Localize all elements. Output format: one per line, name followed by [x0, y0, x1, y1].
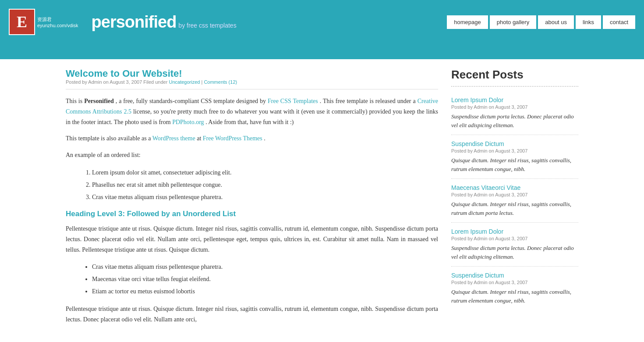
list-item: Lorem ipsum dolor sit amet, consectetuer… [92, 167, 438, 179]
post-para2: This template is also available as a Wor… [66, 133, 438, 144]
nav-links[interactable]: links [576, 15, 601, 29]
para2-mid: at [197, 135, 203, 142]
list-item: Maecenas vitae orci vitae tellus feugiat… [92, 273, 438, 285]
sidebar-post-3: Maecenas Vitaeorci Vitae Posted by Admin… [451, 179, 578, 223]
para2-text1: This template is also available as a [66, 135, 151, 142]
post-comments-link[interactable]: Comments (12) [204, 79, 237, 85]
sidebar-post-4: Lorem Ipsum Dolor Posted by Admin on Aug… [451, 223, 578, 267]
sidebar-post-5: Suspendise Dictum Posted by Admin on Aug… [451, 267, 578, 310]
logo-icon: E [9, 9, 35, 35]
site-subtitle: by free css templates [178, 22, 236, 29]
freewp-link[interactable]: Free WordPress Themes [203, 135, 262, 142]
sidebar-post-1: Lorem Ipsum Dolor Posted by Admin on Aug… [451, 91, 578, 135]
sidebar-post-2: Suspendise Dictum Posted by Admin on Aug… [451, 135, 578, 179]
sidebar-post-meta-5: Posted by Admin on August 3, 2007 [451, 280, 578, 285]
logo-text: 资源君 eyunzhu.com/vdisk [37, 16, 78, 28]
intro-bold: Personified [84, 98, 114, 104]
nav-about-us[interactable]: about us [538, 15, 574, 29]
para2-end: . [264, 135, 265, 142]
sidebar-post-excerpt-1: Suspendisse dictum porta lectus. Donec p… [451, 112, 578, 129]
page-layout: Welcome to Our Website! Posted by Admin … [59, 59, 585, 340]
nav-contact[interactable]: contact [603, 15, 635, 29]
sidebar-post-excerpt-5: Quisque dictum. Integer nisl risus, sagi… [451, 288, 578, 305]
nav-photo-gallery[interactable]: photo gallery [490, 15, 536, 29]
list-item: Cras vitae metus aliquam risus pellentes… [92, 191, 438, 203]
wp-theme-link[interactable]: WordPress theme [152, 135, 195, 142]
sidebar-post-excerpt-4: Suspendisse dictum porta lectus. Donec p… [451, 244, 578, 261]
intro-text1: This is [66, 98, 82, 104]
list-item: Cras vitae metus aliquam risus pellentes… [92, 261, 438, 273]
ordered-list: Lorem ipsum dolor sit amet, consectetuer… [92, 167, 438, 203]
pdphoto-link[interactable]: PDPhoto.org [172, 119, 204, 125]
list-item: Phasellus nec erat sit amet nibh pellent… [92, 179, 438, 191]
logo: E 资源君 eyunzhu.com/vdisk [9, 9, 78, 35]
site-title: personified [92, 13, 177, 32]
teal-band [0, 44, 644, 59]
sidebar-post-excerpt-3: Quisque dictum. Integer nisl risus, sagi… [451, 200, 578, 217]
unordered-list: Cras vitae metus aliquam risus pellentes… [92, 261, 438, 298]
post-category-link[interactable]: Uncategorized [169, 79, 200, 85]
sidebar-post-meta-3: Posted by Admin on August 3, 2007 [451, 192, 578, 197]
sidebar-post-excerpt-2: Quisque dictum. Integer nisl risus, sagi… [451, 156, 578, 173]
main-nav: homepage photo gallery about us links co… [447, 15, 635, 29]
post-para4: Pellentesque tristique ante ut risus. Qu… [66, 304, 438, 325]
sidebar-post-meta-4: Posted by Admin on August 3, 2007 [451, 236, 578, 241]
logo-line2: eyunzhu.com/vdisk [37, 23, 78, 28]
post-intro: This is Personified , a free, fully stan… [66, 96, 438, 127]
sidebar-post-title-2[interactable]: Suspendise Dictum [451, 140, 578, 147]
sidebar-post-title-5[interactable]: Suspendise Dictum [451, 272, 578, 279]
sidebar-post-title-3[interactable]: Maecenas Vitaeorci Vitae [451, 184, 578, 191]
sidebar: Recent Posts Lorem Ipsum Dolor Posted by… [451, 68, 578, 331]
sidebar-post-meta-2: Posted by Admin on August 3, 2007 [451, 148, 578, 153]
heading-level3: Heading Level 3: Followed by an Unordere… [66, 210, 438, 218]
intro-text2: , a free, fully standards-compliant CSS … [116, 98, 266, 104]
logo-line1: 资源君 [37, 16, 78, 23]
ordered-intro: An example of an ordered list: [66, 150, 438, 160]
intro-text3: . This free template is released under a [320, 98, 416, 104]
post-title[interactable]: Welcome to Our Website! [66, 68, 182, 79]
intro-text5: . Aside from that, have fun with it :) [205, 119, 294, 125]
main-content: Welcome to Our Website! Posted by Admin … [66, 68, 438, 331]
post-meta: Posted by Admin on August 3, 2007 Filed … [66, 79, 438, 89]
header: E 资源君 eyunzhu.com/vdisk personified by f… [0, 0, 644, 44]
sidebar-post-title-4[interactable]: Lorem Ipsum Dolor [451, 228, 578, 235]
sidebar-post-title-1[interactable]: Lorem Ipsum Dolor [451, 96, 578, 103]
post-meta-text: Posted by Admin on August 3, 2007 Filed … [66, 79, 167, 85]
sidebar-post-meta-1: Posted by Admin on August 3, 2007 [451, 104, 578, 110]
freecss-link[interactable]: Free CSS Templates [268, 98, 318, 104]
list-item: Etiam ac tortor eu metus euismod loborti… [92, 285, 438, 298]
post-para3: Pellentesque tristique ante ut risus. Qu… [66, 224, 438, 255]
recent-posts-heading: Recent Posts [451, 68, 578, 87]
site-title-area: personified by free css templates [92, 13, 447, 32]
nav-homepage[interactable]: homepage [447, 15, 488, 29]
